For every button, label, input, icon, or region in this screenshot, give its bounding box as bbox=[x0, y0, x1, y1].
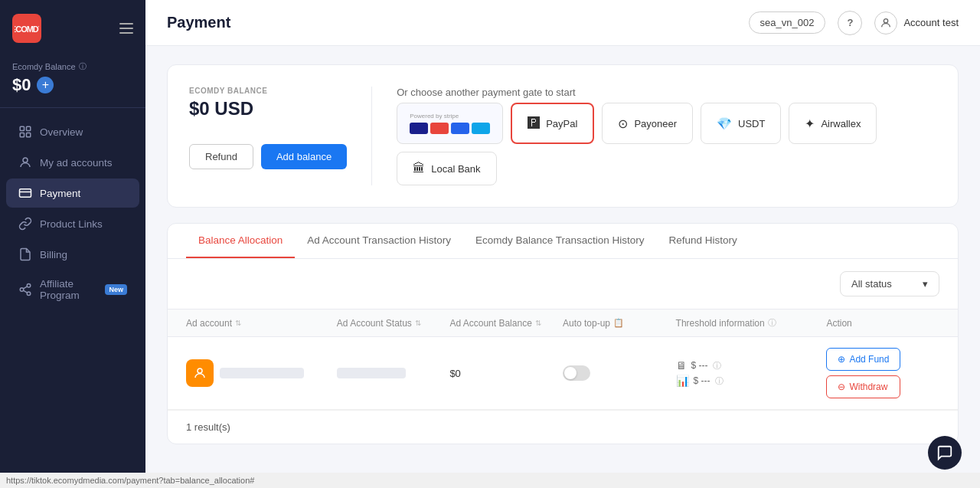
svg-line-13 bbox=[23, 287, 27, 289]
sidebar-logo: ECOMDY bbox=[0, 0, 145, 55]
status-dropdown-label: All status bbox=[851, 278, 892, 290]
gateway-paypal-label: PayPal bbox=[546, 118, 577, 129]
gateway-airwallex-label: Airwallex bbox=[821, 118, 861, 129]
svg-point-14 bbox=[884, 18, 888, 22]
add-balance-icon[interactable]: + bbox=[37, 77, 54, 93]
td-threshold: 🖥 $ --- ⓘ 📊 $ --- ⓘ bbox=[676, 359, 827, 387]
data-table: Ad account ⇅ Ad Account Status ⇅ Ad Acco… bbox=[168, 309, 958, 410]
gateway-usdt[interactable]: 💎 USDT bbox=[701, 103, 781, 144]
ad-account-avatar bbox=[186, 359, 214, 387]
auto-topup-toggle[interactable] bbox=[563, 365, 590, 381]
logo-icon: ECOMDY bbox=[12, 14, 41, 43]
page-title: Payment bbox=[167, 14, 737, 31]
add-balance-button[interactable]: Add balance bbox=[261, 144, 347, 169]
sort-icon-ad-account: ⇅ bbox=[235, 319, 241, 327]
sidebar-item-billing[interactable]: Billing bbox=[6, 240, 139, 269]
svg-rect-3 bbox=[27, 126, 31, 130]
card-mc bbox=[430, 123, 449, 134]
account-info[interactable]: Account test bbox=[874, 11, 959, 34]
account-avatar bbox=[874, 11, 897, 34]
gateway-usdt-label: USDT bbox=[738, 118, 765, 129]
svg-rect-2 bbox=[20, 126, 24, 130]
env-badge[interactable]: sea_vn_002 bbox=[749, 11, 826, 34]
tab-ecomdy-balance-transaction[interactable]: Ecomdy Balance Transaction History bbox=[463, 224, 657, 258]
gateway-options: Powered by stripe 🅿 PayPal bbox=[397, 103, 936, 185]
svg-point-6 bbox=[23, 158, 28, 162]
sidebar-item-label-payment: Payment bbox=[40, 188, 80, 199]
airwallex-icon: ✦ bbox=[805, 116, 815, 131]
help-button[interactable]: ? bbox=[838, 11, 862, 35]
threshold-value-2: $ --- bbox=[694, 375, 710, 386]
table-row: $0 🖥 $ --- ⓘ bbox=[168, 337, 958, 410]
threshold-item-2: 📊 $ --- ⓘ bbox=[676, 375, 724, 387]
ecomdy-balance-label: ECOMDY BALANCE bbox=[189, 87, 347, 95]
gateway-local-bank[interactable]: 🏛 Local Bank bbox=[397, 152, 496, 185]
payment-right: Or choose another payment gate to start … bbox=[397, 87, 936, 185]
payment-divider bbox=[371, 87, 372, 185]
tab-ad-account-transaction[interactable]: Ad Account Transaction History bbox=[295, 224, 463, 258]
sidebar-item-label-affiliate: Affiliate Program bbox=[40, 278, 97, 301]
sort-icon-status: ⇅ bbox=[415, 319, 421, 327]
threshold-value-1: $ --- bbox=[691, 360, 708, 371]
sidebar-nav: Overview My ad accounts Payment Product … bbox=[0, 108, 145, 488]
svg-rect-5 bbox=[27, 133, 31, 137]
balance-label: Ecomdy Balance ⓘ bbox=[12, 61, 133, 72]
add-fund-button[interactable]: ⊕ Add Fund bbox=[826, 348, 900, 371]
threshold-item-1: 🖥 $ --- ⓘ bbox=[676, 359, 724, 372]
tab-refund-history[interactable]: Refund History bbox=[657, 224, 750, 258]
col-header-auto-topup: Auto top-up 📋 bbox=[563, 317, 676, 329]
td-balance: $0 bbox=[449, 368, 563, 379]
svg-point-9 bbox=[27, 284, 31, 288]
svg-rect-7 bbox=[20, 189, 31, 198]
card-amex bbox=[451, 123, 469, 134]
chat-button[interactable] bbox=[928, 436, 962, 470]
header: Payment sea_vn_002 ? Account test bbox=[145, 0, 980, 46]
sidebar-item-label-my-ad: My ad accounts bbox=[40, 157, 113, 169]
sidebar-item-my-ad-accounts[interactable]: My ad accounts bbox=[6, 148, 139, 177]
stripe-cards bbox=[410, 123, 490, 134]
hamburger-menu[interactable] bbox=[119, 23, 133, 34]
card-other bbox=[472, 123, 490, 134]
refund-button[interactable]: Refund bbox=[189, 144, 253, 169]
sidebar-item-payment[interactable]: Payment bbox=[6, 178, 139, 208]
sort-icon-balance: ⇅ bbox=[535, 319, 541, 327]
svg-line-12 bbox=[23, 290, 27, 293]
table-header: Ad account ⇅ Ad Account Status ⇅ Ad Acco… bbox=[168, 309, 958, 337]
sidebar-item-affiliate-program[interactable]: Affiliate Program New bbox=[6, 270, 139, 309]
paypal-icon: 🅿 bbox=[528, 116, 540, 130]
sidebar-balance: Ecomdy Balance ⓘ $0 + bbox=[0, 55, 145, 108]
balance-info-icon: ⓘ bbox=[79, 61, 87, 72]
col-header-ad-account: Ad account ⇅ bbox=[186, 317, 337, 329]
td-status bbox=[337, 368, 450, 378]
withdraw-icon: ⊖ bbox=[838, 382, 845, 392]
affiliate-new-badge: New bbox=[105, 284, 127, 295]
threshold-info-1: ⓘ bbox=[713, 360, 721, 372]
gateway-payoneer-label: Payoneer bbox=[634, 118, 677, 129]
payment-card: ECOMDY BALANCE $0 USD Refund Add balance… bbox=[167, 64, 959, 208]
gateway-stripe[interactable]: Powered by stripe bbox=[397, 103, 503, 144]
gateway-paypal[interactable]: 🅿 PayPal bbox=[511, 103, 594, 144]
gateway-local-bank-label: Local Bank bbox=[431, 163, 480, 175]
gateway-payoneer[interactable]: ⊙ Payoneer bbox=[602, 103, 693, 144]
sidebar-item-label-billing: Billing bbox=[40, 249, 67, 260]
threshold-row: 🖥 $ --- ⓘ 📊 $ --- ⓘ bbox=[676, 359, 724, 387]
gateway-intro-label: Or choose another payment gate to start bbox=[397, 87, 936, 98]
balance-value: $0 bbox=[449, 368, 460, 379]
col-header-balance: Ad Account Balance ⇅ bbox=[449, 317, 563, 329]
tabs-header: Balance Allocation Ad Account Transactio… bbox=[168, 224, 958, 259]
status-dropdown[interactable]: All status ▾ bbox=[840, 271, 939, 296]
content-area: ECOMDY BALANCE $0 USD Refund Add balance… bbox=[145, 46, 980, 488]
sidebar-item-overview[interactable]: Overview bbox=[6, 117, 139, 146]
sidebar: ECOMDY Ecomdy Balance ⓘ $0 + Overview My… bbox=[0, 0, 145, 488]
status-bar: https://tiktok.ecomydmedia.com/payment?t… bbox=[0, 473, 980, 488]
threshold-info-icon: ⓘ bbox=[768, 317, 776, 329]
threshold-icon-2: 📊 bbox=[676, 375, 689, 387]
toggle-knob bbox=[564, 367, 577, 379]
td-ad-account bbox=[186, 359, 337, 387]
sidebar-item-product-links[interactable]: Product Links bbox=[6, 209, 139, 238]
withdraw-button[interactable]: ⊖ Withdraw bbox=[826, 375, 900, 398]
tab-balance-allocation[interactable]: Balance Allocation bbox=[186, 224, 295, 258]
payment-actions: Refund Add balance bbox=[189, 144, 347, 169]
gateway-airwallex[interactable]: ✦ Airwallex bbox=[789, 103, 877, 144]
col-header-action: Action bbox=[826, 317, 939, 329]
